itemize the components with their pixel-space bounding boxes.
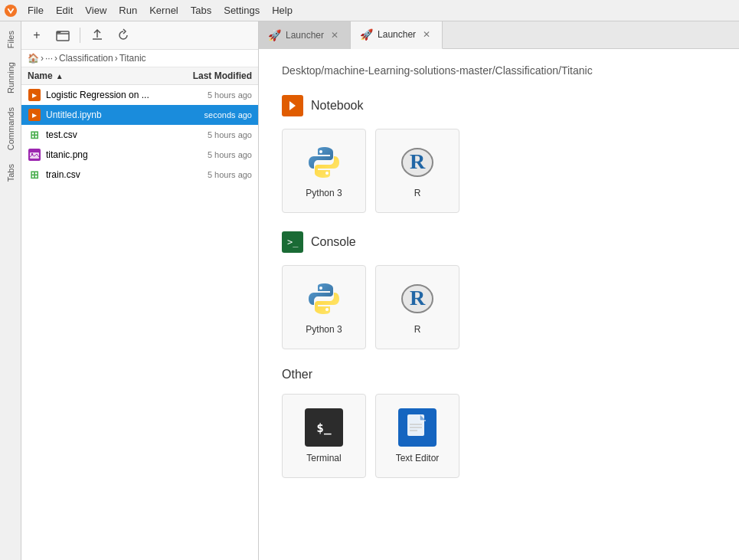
launcher-card-notebook-r[interactable]: R R [375, 129, 459, 213]
terminal-icon-text: $_ [316, 421, 331, 435]
breadcrumb-sep3: › [115, 53, 118, 64]
refresh-icon [116, 28, 130, 42]
file-item-titanic-png[interactable]: titanic.png 5 hours ago [21, 145, 258, 165]
tab-label-1: Launcher [286, 30, 324, 41]
tab-launcher-icon-1: 🚀 [268, 29, 281, 41]
svg-point-6 [319, 150, 322, 153]
notebook-r-label: R [414, 188, 421, 198]
file-name-untitled: Untitled.ipynb [46, 110, 168, 120]
file-panel: + [21, 21, 259, 560]
console-grid: Python 3 R R [282, 265, 716, 349]
menu-tabs[interactable]: Tabs [185, 2, 217, 18]
upload-icon [90, 28, 104, 42]
menu-settings[interactable]: Settings [217, 2, 266, 18]
file-toolbar: + [21, 21, 258, 50]
refresh-button[interactable] [113, 25, 134, 46]
breadcrumb-ellipsis[interactable]: ··· [45, 53, 53, 64]
notebook-python-label: Python 3 [306, 188, 342, 198]
file-modified-titanic-png: 5 hours ago [168, 150, 252, 159]
png-icon-titanic [28, 148, 41, 162]
file-name-titanic-png: titanic.png [46, 149, 168, 160]
menu-help[interactable]: Help [266, 2, 299, 18]
svg-text:>_: >_ [287, 237, 299, 247]
file-list: Logistic Regression on ... 5 hours ago U… [21, 85, 258, 560]
menu-file[interactable]: File [21, 2, 50, 18]
launcher-path: Desktop/machine-Learning-solutions-maste… [282, 64, 716, 77]
col-name-header[interactable]: Name ▲ [28, 70, 160, 81]
svg-point-12 [319, 287, 322, 290]
console-section-icon: >_ [282, 231, 303, 253]
app-logo [0, 0, 21, 21]
other-section-header: Other [282, 368, 716, 382]
notebook-section-title: Notebook [311, 99, 364, 113]
menu-view[interactable]: View [79, 2, 113, 18]
launcher-card-notebook-python[interactable]: Python 3 [282, 129, 366, 213]
menu-edit[interactable]: Edit [50, 2, 79, 18]
sort-arrow-icon: ▲ [56, 72, 64, 80]
launcher-card-console-python[interactable]: Python 3 [282, 265, 366, 349]
python-console-icon [305, 280, 343, 318]
other-section-title: Other [282, 368, 312, 382]
file-list-header: Name ▲ Last Modified [21, 67, 258, 85]
python-notebook-icon [305, 143, 343, 182]
new-launcher-button[interactable]: + [26, 25, 47, 46]
svg-text:R: R [410, 149, 426, 173]
texteditor-label: Text Editor [396, 453, 440, 463]
file-item-test-csv[interactable]: ⊞ test.csv 5 hours ago [21, 125, 258, 145]
svg-point-13 [325, 308, 329, 311]
launcher-card-texteditor[interactable]: Text Editor [375, 394, 459, 478]
file-name-test-csv: test.csv [46, 129, 168, 140]
notebook-icon-untitled [28, 108, 41, 122]
terminal-card-icon-wrapper: $_ [305, 408, 343, 447]
notebook-icon-logistic [28, 88, 41, 102]
file-modified-train-csv: 5 hours ago [168, 170, 252, 179]
sidebar-item-files[interactable]: Files [3, 25, 18, 54]
tab-label-2: Launcher [378, 29, 416, 40]
breadcrumb-home[interactable]: 🏠 [28, 53, 39, 64]
folder-icon [56, 28, 70, 42]
file-item-train-csv[interactable]: ⊞ train.csv 5 hours ago [21, 165, 258, 185]
menu-run[interactable]: Run [113, 2, 143, 18]
menubar: File Edit View Run Kernel Tabs Settings … [0, 0, 739, 21]
svg-text:R: R [410, 286, 426, 309]
texteditor-card-icon-wrapper [398, 408, 437, 447]
svg-point-7 [325, 172, 329, 175]
upload-button[interactable] [87, 25, 108, 46]
sidebar-item-commands[interactable]: Commands [3, 101, 18, 156]
console-section-title: Console [311, 235, 356, 249]
file-item-logistic[interactable]: Logistic Regression on ... 5 hours ago [21, 85, 258, 105]
col-modified-header[interactable]: Last Modified [160, 70, 252, 81]
sidebar-item-running[interactable]: Running [3, 56, 18, 100]
launcher-card-console-r[interactable]: R R [375, 265, 459, 349]
tab-launcher-1[interactable]: 🚀 Launcher ✕ [259, 21, 351, 49]
r-console-icon: R [398, 280, 437, 318]
other-grid: $_ Terminal [282, 394, 716, 478]
tab-close-1[interactable]: ✕ [329, 29, 341, 41]
main-layout: Files Running Commands Tabs + [0, 21, 739, 560]
breadcrumb-titanic[interactable]: Titanic [119, 53, 146, 64]
tab-bar: 🚀 Launcher ✕ 🚀 Launcher ✕ [259, 21, 739, 49]
sidebar-item-tabs[interactable]: Tabs [3, 158, 18, 188]
new-folder-button[interactable] [52, 25, 74, 46]
svg-marker-5 [289, 101, 296, 110]
file-modified-test-csv: 5 hours ago [168, 130, 252, 139]
content-area: 🚀 Launcher ✕ 🚀 Launcher ✕ Desktop/machin… [259, 21, 739, 560]
file-name-logistic: Logistic Regression on ... [46, 90, 168, 100]
breadcrumb-classification[interactable]: Classification [59, 53, 113, 64]
notebook-section-icon [282, 95, 303, 116]
csv-icon-test: ⊞ [28, 128, 41, 142]
file-name-train-csv: train.csv [46, 169, 168, 180]
console-section-header: >_ Console [282, 231, 716, 253]
tab-launcher-2[interactable]: 🚀 Launcher ✕ [351, 21, 443, 49]
menu-kernel[interactable]: Kernel [143, 2, 185, 18]
tab-close-2[interactable]: ✕ [420, 28, 433, 41]
file-modified-logistic: 5 hours ago [168, 90, 252, 100]
file-item-untitled[interactable]: Untitled.ipynb seconds ago [21, 105, 258, 125]
tab-launcher-icon-2: 🚀 [360, 28, 373, 41]
launcher-card-terminal[interactable]: $_ Terminal [282, 394, 366, 478]
notebook-grid: Python 3 R R [282, 129, 716, 213]
r-notebook-icon: R [398, 143, 437, 182]
toolbar-separator [80, 28, 80, 43]
breadcrumb-sep1: › [41, 53, 44, 64]
texteditor-icon [398, 408, 437, 447]
